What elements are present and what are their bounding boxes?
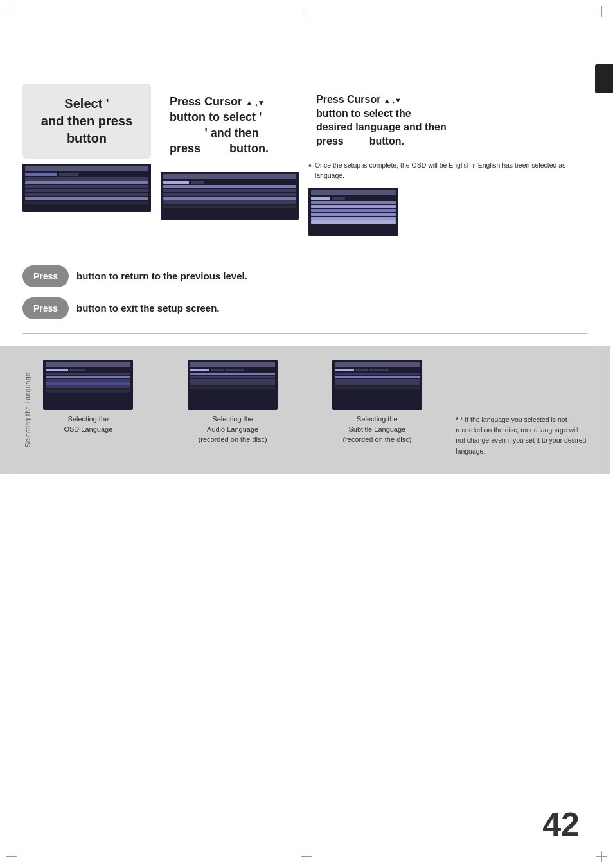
screen-content-3	[308, 188, 398, 236]
press-text-2: button to exit the setup screen.	[76, 303, 220, 314]
step-col-3: Press Cursor ▲ ,▼ button to select the d…	[308, 84, 587, 236]
crosshair-bottom-center	[301, 851, 312, 862]
screen-mock-2	[161, 172, 299, 220]
screen-osd	[43, 360, 133, 410]
screen-mock-1	[22, 164, 151, 212]
page-number: 42	[542, 805, 580, 844]
bottom-item-note: * * If the language you selected is not …	[456, 360, 587, 456]
crosshair-bottom-right	[596, 851, 607, 862]
section-tab	[595, 64, 613, 93]
section-vertical-label: Selecting the Language	[24, 373, 31, 447]
screen-content-1	[22, 164, 151, 212]
divider-1	[22, 252, 587, 252]
bottom-section: Selecting the Language	[0, 346, 610, 474]
step-col-1: Select ' and then press button	[22, 84, 151, 212]
crosshair-top-right	[596, 6, 607, 17]
step-box-2: Press Cursor ▲ ,▼ button to select ' ' a…	[161, 84, 299, 166]
step-text-3: Press Cursor ▲ ,▼ button to select the d…	[316, 93, 580, 148]
step-text-1-line2: and then press	[41, 114, 132, 128]
step-col-2: Press Cursor ▲ ,▼ button to select ' ' a…	[161, 84, 299, 220]
press-btn-1: Press	[22, 265, 69, 287]
screen-mock-3	[308, 188, 398, 236]
step-box-3: Press Cursor ▲ ,▼ button to select the d…	[308, 84, 587, 157]
crosshair-top-center	[301, 6, 312, 17]
caption-osd: Selecting the OSD Language	[64, 414, 112, 435]
press-btn-2: Press	[22, 297, 69, 319]
osd-note-text: Once the setup is complete, the OSD will…	[315, 161, 587, 181]
disc-note-text: * * If the language you selected is not …	[456, 414, 587, 456]
screen-audio	[188, 360, 278, 410]
press-section: Press button to return to the previous l…	[22, 265, 587, 319]
bottom-item-osd: Selecting the OSD Language	[22, 360, 154, 435]
press-row-1: Press button to return to the previous l…	[22, 265, 587, 287]
bottom-item-subtitle: Selecting the Subtitle Language (recorde…	[312, 360, 443, 445]
step-text-2: Press Cursor ▲ ,▼ button to select ' ' a…	[170, 94, 269, 156]
step-text-1-line3: button	[67, 131, 107, 145]
caption-audio: Selecting the Audio Language (recorded o…	[199, 414, 267, 445]
press-text-1: button to return to the previous level.	[76, 270, 247, 281]
screen-subtitle	[332, 360, 422, 410]
crosshair-top-left	[6, 6, 17, 17]
screen-content-2	[161, 172, 299, 220]
divider-2	[22, 333, 587, 334]
step-text-1: Select ' and then press button	[41, 95, 132, 147]
crosshair-bottom-left	[6, 851, 17, 862]
bottom-item-audio: Selecting the Audio Language (recorded o…	[167, 360, 299, 445]
osd-note: • Once the setup is complete, the OSD wi…	[308, 161, 587, 181]
press-row-2: Press button to exit the setup screen.	[22, 297, 587, 319]
step-box-1: Select ' and then press button	[22, 84, 151, 159]
bottom-items: Selecting the OSD Language	[22, 360, 587, 456]
caption-subtitle: Selecting the Subtitle Language (recorde…	[342, 414, 411, 445]
